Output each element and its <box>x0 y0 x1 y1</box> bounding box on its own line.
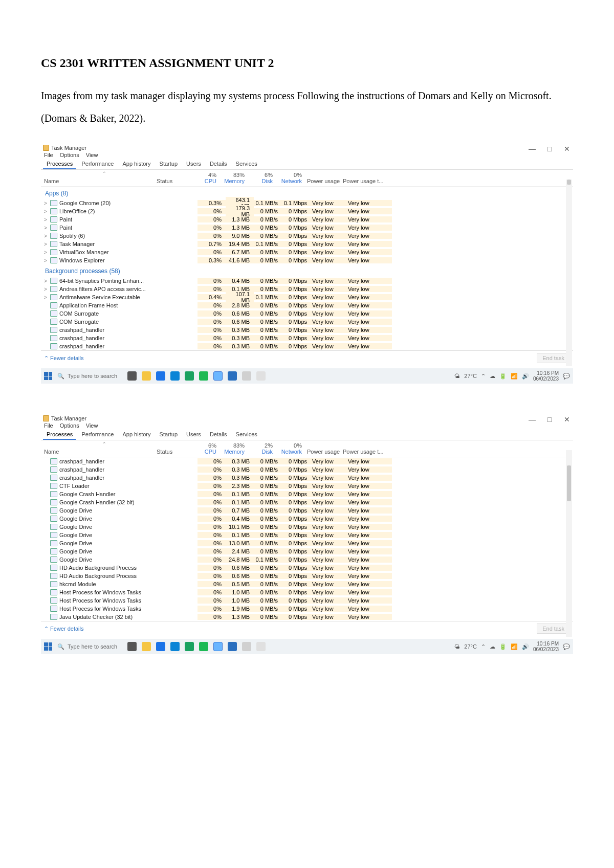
expand-icon[interactable]: > <box>44 286 50 292</box>
expand-icon[interactable]: > <box>44 241 50 247</box>
taskbar-clock[interactable]: 10:16 PM 06/02/2023 <box>533 641 559 652</box>
expand-icon[interactable]: > <box>44 217 50 222</box>
table-row[interactable]: Host Process for Windows Tasks0%1.0 MB0 … <box>41 588 573 596</box>
table-row[interactable]: Google Drive0%0.1 MB0 MB/s0 MbpsVery low… <box>41 531 573 539</box>
taskbar-search[interactable]: 🔍 Type here to search <box>57 373 117 380</box>
table-row[interactable]: hkcmd Module0%0.5 MB0 MB/s0 MbpsVery low… <box>41 580 573 588</box>
virtualbox-icon[interactable] <box>228 371 237 381</box>
expand-icon[interactable]: > <box>44 295 50 300</box>
expand-icon[interactable]: > <box>44 209 50 214</box>
menu-view[interactable]: View <box>86 152 98 158</box>
explorer-icon[interactable] <box>142 642 151 651</box>
tab-performance[interactable]: Performance <box>78 430 117 439</box>
scrollbar-thumb[interactable] <box>567 465 571 501</box>
task-manager-taskbar-icon[interactable] <box>256 642 266 651</box>
col-memory[interactable]: Memory <box>221 178 245 184</box>
spotify-icon[interactable] <box>199 642 208 651</box>
fewer-details-link[interactable]: Fewer details <box>50 355 83 361</box>
table-row[interactable]: crashpad_handler0%0.3 MB0 MB/s0 MbpsVery… <box>41 457 573 465</box>
table-row[interactable]: Google Drive0%2.4 MB0 MB/s0 MbpsVery low… <box>41 547 573 555</box>
table-row[interactable]: Google Crash Handler0%0.1 MB0 MB/s0 Mbps… <box>41 490 573 498</box>
table-row[interactable]: COM Surrogate0%0.6 MB0 MB/s0 MbpsVery lo… <box>41 318 573 326</box>
notifications-icon[interactable]: 💬 <box>563 643 570 650</box>
minimize-button[interactable]: — <box>528 415 536 424</box>
expand-icon[interactable]: > <box>44 258 50 263</box>
col-network[interactable]: Network <box>277 178 302 184</box>
table-row[interactable]: crashpad_handler0%0.3 MB0 MB/s0 MbpsVery… <box>41 465 573 474</box>
chrome-icon[interactable] <box>185 371 194 381</box>
titlebar[interactable]: Task Manager — □ ✕ <box>41 144 573 152</box>
table-row[interactable]: COM Surrogate0%0.6 MB0 MB/s0 MbpsVery lo… <box>41 309 573 318</box>
maximize-button[interactable]: □ <box>545 145 554 153</box>
table-row[interactable]: Java Update Checker (32 bit)0%1.3 MB0 MB… <box>41 613 573 621</box>
tray-chevron-icon[interactable]: ⌃ <box>481 643 486 650</box>
table-row[interactable]: >Paint0%1.3 MB0 MB/s0 MbpsVery lowVery l… <box>41 215 573 224</box>
expand-icon[interactable]: > <box>44 225 50 231</box>
close-button[interactable]: ✕ <box>563 145 571 153</box>
app-icon[interactable] <box>213 642 223 651</box>
col-cpu[interactable]: CPU <box>192 178 216 184</box>
wifi-icon[interactable]: 📶 <box>511 373 518 380</box>
weather-icon[interactable]: 🌤 <box>454 643 460 650</box>
minimize-button[interactable]: — <box>528 145 536 153</box>
close-button[interactable]: ✕ <box>563 415 571 424</box>
table-row[interactable]: >Andrea filters APO access servic...0%0.… <box>41 285 573 293</box>
task-manager-taskbar-icon[interactable] <box>256 371 266 381</box>
col-power-usage[interactable]: Power usage <box>307 449 340 455</box>
table-row[interactable]: crashpad_handler0%0.3 MB0 MB/s0 MbpsVery… <box>41 474 573 482</box>
spotify-icon[interactable] <box>199 371 208 381</box>
mail-icon[interactable] <box>156 371 165 381</box>
table-row[interactable]: Google Drive0%24.8 MB0.1 MB/s0 MbpsVery … <box>41 555 573 564</box>
paint-icon[interactable] <box>242 642 251 651</box>
table-row[interactable]: >Task Manager0.7%19.4 MB0.1 MB/s0 MbpsVe… <box>41 240 573 248</box>
col-network[interactable]: Network <box>277 449 302 455</box>
expand-icon[interactable]: > <box>44 250 50 255</box>
expand-icon[interactable]: > <box>44 233 50 239</box>
onedrive-icon[interactable]: ☁ <box>490 373 495 380</box>
table-row[interactable]: HD Audio Background Process0%0.6 MB0 MB/… <box>41 564 573 572</box>
taskview-icon[interactable] <box>127 371 137 381</box>
taskbar-search[interactable]: 🔍 Type here to search <box>57 643 117 650</box>
battery-icon[interactable]: 🔋 <box>499 643 507 650</box>
tab-performance[interactable]: Performance <box>78 159 117 168</box>
table-row[interactable]: Google Drive0%0.4 MB0 MB/s0 MbpsVery low… <box>41 515 573 523</box>
table-row[interactable]: >Google Chrome (20)0.3%643.1 MB0.1 MB/s0… <box>41 199 573 207</box>
col-name[interactable]: Name <box>44 178 157 184</box>
group-background[interactable]: Background processes (58) <box>41 264 573 277</box>
tab-users[interactable]: Users <box>183 430 205 439</box>
col-name[interactable]: Name <box>44 449 157 455</box>
tab-startup[interactable]: Startup <box>156 159 181 168</box>
col-cpu[interactable]: CPU <box>192 449 216 455</box>
menu-file[interactable]: File <box>44 422 53 429</box>
tab-details[interactable]: Details <box>206 159 231 168</box>
tray-chevron-icon[interactable]: ⌃ <box>481 373 486 380</box>
scrollbar-thumb[interactable] <box>567 180 571 185</box>
col-power-usage-trend[interactable]: Power usage t... <box>343 178 384 184</box>
edge-icon[interactable] <box>170 371 180 381</box>
notifications-icon[interactable]: 💬 <box>563 373 570 380</box>
col-disk[interactable]: Disk <box>249 178 273 184</box>
table-row[interactable]: >Paint0%1.3 MB0 MB/s0 MbpsVery lowVery l… <box>41 224 573 232</box>
start-button[interactable] <box>44 372 52 380</box>
table-row[interactable]: >Spotify (6)0%9.0 MB0 MB/s0 MbpsVery low… <box>41 232 573 240</box>
group-apps[interactable]: Apps (8) <box>41 187 573 199</box>
wifi-icon[interactable]: 📶 <box>511 643 518 650</box>
taskbar-clock[interactable]: 10:16 PM 06/02/2023 <box>533 370 559 382</box>
table-row[interactable]: Application Frame Host0%2.8 MB0 MB/s0 Mb… <box>41 301 573 309</box>
edge-icon[interactable] <box>170 642 180 651</box>
table-row[interactable]: Google Drive0%13.0 MB0 MB/s0 MbpsVery lo… <box>41 539 573 547</box>
col-memory[interactable]: Memory <box>221 449 245 455</box>
menu-options[interactable]: Options <box>60 422 79 429</box>
col-status[interactable]: Status <box>157 178 192 184</box>
menu-view[interactable]: View <box>86 422 98 429</box>
table-row[interactable]: >LibreOffice (2)0%179.3 MB0 MB/s0 MbpsVe… <box>41 207 573 215</box>
fewer-details-link[interactable]: Fewer details <box>50 626 83 632</box>
tab-processes[interactable]: Processes <box>43 159 76 169</box>
onedrive-icon[interactable]: ☁ <box>490 643 495 650</box>
table-row[interactable]: crashpad_handler0%0.3 MB0 MB/s0 MbpsVery… <box>41 334 573 342</box>
battery-icon[interactable]: 🔋 <box>499 373 507 380</box>
table-row[interactable]: Host Process for Windows Tasks0%1.9 MB0 … <box>41 605 573 613</box>
tab-app-history[interactable]: App history <box>119 159 154 168</box>
start-button[interactable] <box>44 642 52 651</box>
end-task-button[interactable]: End task <box>537 624 570 634</box>
